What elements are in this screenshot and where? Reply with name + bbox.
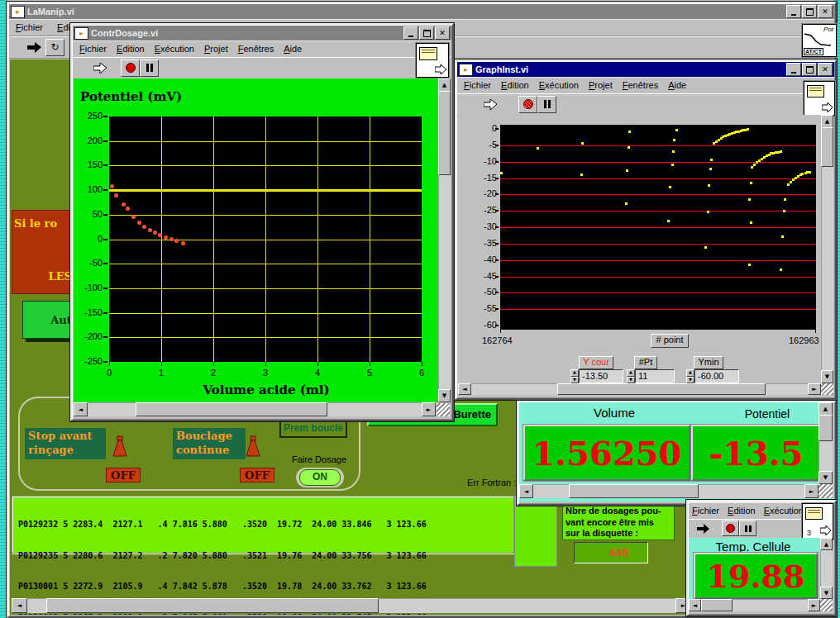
maximize-button[interactable]: [419, 26, 434, 40]
menu-fichier[interactable]: Fichier: [16, 22, 43, 32]
scroll-up-icon[interactable]: ▲: [819, 402, 833, 416]
resize-grip[interactable]: [820, 599, 833, 611]
ymin-value[interactable]: -60.00: [694, 369, 739, 383]
scroll-thumb[interactable]: [557, 383, 766, 395]
pause-button[interactable]: [537, 96, 556, 113]
abort-button[interactable]: [121, 59, 140, 77]
cd-plot[interactable]: 0123456: [109, 116, 422, 362]
menu-execution[interactable]: Exécution: [155, 44, 194, 54]
scroll-thumb[interactable]: [701, 599, 733, 611]
scroll-up-icon[interactable]: ▲: [438, 78, 451, 92]
menu-edition[interactable]: Edition: [501, 80, 529, 90]
scroll-right-icon[interactable]: ►: [804, 484, 819, 498]
scroll-down-icon[interactable]: ▼: [820, 587, 833, 599]
ymin-label[interactable]: Ymin: [694, 356, 723, 369]
spin-up-icon[interactable]: ▲: [570, 369, 579, 377]
volume-vscrollbar[interactable]: ▲ ▼: [819, 402, 833, 484]
scroll-thumb[interactable]: [569, 484, 699, 498]
menu-edition[interactable]: Edition: [117, 44, 145, 54]
graphinst-hscrollbar[interactable]: ◄ ►: [458, 383, 821, 395]
stop-valve-icon[interactable]: [111, 433, 129, 458]
ycour-spinner[interactable]: ▲▼ -13.50: [570, 369, 623, 383]
pt-label[interactable]: #Pt: [634, 356, 657, 369]
tempcell-hscrollbar[interactable]: ◄ ►: [689, 599, 820, 611]
menu-projet[interactable]: Projet: [204, 44, 228, 54]
menu-aide[interactable]: Aide: [668, 80, 686, 90]
xaxis-point-label[interactable]: # point: [651, 334, 689, 348]
ymin-spinner[interactable]: ▲▼ -60.00: [686, 369, 739, 383]
scroll-thumb[interactable]: [821, 127, 833, 167]
scroll-left-icon[interactable]: ◄: [519, 484, 533, 498]
scroll-thumb[interactable]: [819, 415, 833, 441]
scroll-down-icon[interactable]: ▼: [821, 370, 833, 383]
spin-up-icon[interactable]: ▲: [627, 369, 635, 377]
lamanip-titlebar[interactable]: ▸ LaManip.vi ✕: [9, 4, 834, 19]
minimize-button[interactable]: [786, 63, 801, 76]
scroll-right-icon[interactable]: ►: [422, 402, 436, 416]
minimize-button[interactable]: [403, 26, 418, 40]
pause-button[interactable]: [140, 59, 159, 77]
close-button[interactable]: ✕: [818, 63, 833, 76]
stop-avant-rincage-button[interactable]: Stop avant rinçage: [25, 428, 106, 459]
pt-spinner[interactable]: ▲▼ 11: [627, 369, 675, 383]
close-button[interactable]: ✕: [818, 5, 833, 18]
scroll-left-icon[interactable]: ◄: [12, 598, 27, 613]
menu-fichier[interactable]: Fichier: [692, 506, 719, 516]
lamanip-hscrollbar[interactable]: ◄ ►: [12, 598, 691, 613]
menu-projet[interactable]: Projet: [589, 80, 613, 90]
pt-value[interactable]: 11: [635, 369, 675, 383]
run-arrow-icon[interactable]: [27, 42, 42, 53]
run-arrow-icon[interactable]: [93, 63, 107, 74]
contrdosage-hscrollbar[interactable]: ◄ ►: [74, 402, 436, 416]
faire-dosage-toggle[interactable]: ON: [296, 468, 344, 487]
contrdosage-vscrollbar[interactable]: ▲ ▼: [438, 78, 451, 402]
scroll-down-icon[interactable]: ▼: [819, 471, 833, 484]
scroll-up-icon[interactable]: ▲: [821, 115, 833, 128]
spin-down-icon[interactable]: ▼: [686, 377, 694, 384]
scroll-left-icon[interactable]: ◄: [689, 599, 701, 611]
menu-execution[interactable]: Exécution: [764, 506, 804, 516]
menu-fenetres[interactable]: Fenêtres: [623, 80, 658, 90]
dosage-data-table[interactable]: P0129232 5 2283.4 2127.1 .4 7.816 5.880 …: [12, 496, 514, 554]
spin-up-icon[interactable]: ▲: [686, 369, 694, 377]
graphinst-vscrollbar[interactable]: ▲ ▼: [821, 115, 833, 383]
menu-execution[interactable]: Exécution: [539, 80, 579, 90]
pause-button[interactable]: [739, 521, 756, 536]
close-button[interactable]: ✕: [435, 26, 450, 40]
menu-aide[interactable]: Aide: [284, 44, 302, 54]
menu-edition[interactable]: Edition: [728, 506, 756, 516]
resize-grip[interactable]: [819, 484, 833, 498]
run-arrow-icon[interactable]: [697, 524, 710, 534]
resize-grip[interactable]: [821, 383, 833, 395]
resize-grip[interactable]: [437, 403, 450, 416]
scroll-thumb[interactable]: [136, 402, 327, 416]
scroll-right-icon[interactable]: ►: [808, 599, 820, 611]
volume-hscrollbar[interactable]: ◄ ►: [519, 484, 819, 498]
scroll-left-icon[interactable]: ◄: [74, 402, 88, 416]
tempcell-vscrollbar[interactable]: ▲ ▼: [820, 538, 833, 599]
bouclage-continue-button[interactable]: Bouclage continue: [173, 428, 246, 459]
scroll-right-icon[interactable]: ►: [808, 383, 821, 395]
spin-down-icon[interactable]: ▼: [570, 377, 579, 384]
ycour-value[interactable]: -13.50: [579, 369, 623, 383]
run-arrow-icon[interactable]: [484, 99, 498, 110]
menu-fichier[interactable]: Fichier: [79, 44, 107, 54]
menu-fichier[interactable]: Fichier: [464, 80, 491, 90]
bouclage-valve-icon[interactable]: [244, 433, 262, 458]
maximize-button[interactable]: [802, 5, 817, 18]
abort-button[interactable]: [722, 521, 739, 536]
scroll-thumb[interactable]: [46, 598, 379, 613]
abort-button[interactable]: [518, 96, 537, 113]
spin-down-icon[interactable]: ▼: [627, 377, 635, 384]
contrdosage-titlebar[interactable]: ▸ ContrDosage.vi ✕: [73, 26, 451, 40]
scroll-down-icon[interactable]: ▼: [438, 389, 451, 402]
scroll-up-icon[interactable]: ▲: [820, 538, 833, 550]
scroll-left-icon[interactable]: ◄: [458, 383, 471, 395]
gi-plot[interactable]: [500, 125, 816, 330]
run-continuous-icon[interactable]: ↻: [45, 39, 64, 56]
maximize-button[interactable]: [802, 63, 817, 76]
ycour-label[interactable]: Y cour: [579, 356, 613, 369]
minimize-button[interactable]: [786, 5, 801, 18]
scroll-thumb[interactable]: [438, 91, 451, 175]
menu-fenetres[interactable]: Fenêtres: [238, 44, 274, 54]
